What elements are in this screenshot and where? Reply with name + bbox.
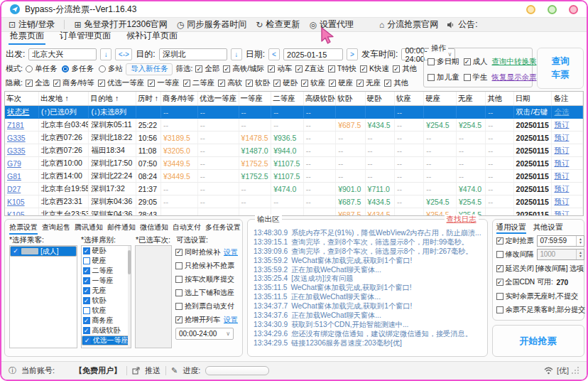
book-link[interactable]: 预订 xyxy=(554,184,569,193)
minimize-button[interactable] xyxy=(526,5,535,14)
train-link[interactable]: G335 xyxy=(7,134,26,142)
checkbox-成人[interactable]: ✓成人 xyxy=(464,57,488,67)
checkbox-加儿童[interactable]: 加儿童 xyxy=(428,73,459,82)
to-dropdown-button[interactable]: ↓ xyxy=(231,48,242,60)
option-只抢候补不抢票[interactable]: 只抢候补不抢票 xyxy=(175,259,238,272)
train-row[interactable]: K105北京西23:31深圳东04:3629:05----------¥687.… xyxy=(5,195,583,208)
toolbar-item-2[interactable]: ◷同步服务器时间 xyxy=(177,18,246,31)
task-tab-5[interactable]: 自动支付 xyxy=(173,222,201,235)
toolbar-item-5[interactable]: ⌂分流抢票官网 xyxy=(379,18,438,31)
checkbox-无座[interactable]: ✓无座 xyxy=(356,78,381,88)
swap-stations-button[interactable]: <-> xyxy=(115,48,132,60)
settings-link[interactable]: 设置 xyxy=(224,315,238,325)
train-row[interactable]: G335北京西07:26深圳北18:2210:56¥3189.5--¥1478.… xyxy=(5,132,583,144)
option-同时抢候补[interactable]: ✓同时抢候补设置 xyxy=(175,245,238,259)
setting-延迟关闭 [修改间隔] 选项[interactable]: ✓延迟关闭 [修改间隔] 选项 xyxy=(496,262,580,276)
checkbox-软座[interactable]: ✓软座 xyxy=(301,78,325,88)
column-header-车次[interactable]: 车次 xyxy=(5,92,39,106)
seat-item-高级软卧[interactable]: ✓高级软卧 xyxy=(82,326,131,336)
task-tab-4[interactable]: 微信通知 xyxy=(140,222,168,235)
maximize-button[interactable] xyxy=(548,5,557,14)
column-header-备注[interactable]: 备注 xyxy=(552,92,583,106)
task-tab-0[interactable]: 抢票设置 xyxy=(9,222,38,235)
train-link[interactable]: K105 xyxy=(7,210,25,217)
checkbox-商务/特等[interactable]: ✓商务/特等 xyxy=(53,78,94,88)
checkbox-软卧[interactable]: ✓软卧 xyxy=(246,78,270,88)
checkbox-Z直达[interactable]: ✓Z直达 xyxy=(295,64,324,74)
seat-item-优选一等座[interactable]: ✓优选一等座 xyxy=(82,336,131,345)
book-link[interactable]: 预订 xyxy=(554,120,569,129)
option-抢到票自动支付[interactable]: 抢到票自动支付 xyxy=(175,299,238,313)
seat-scrollbar-thumb[interactable] xyxy=(128,250,131,274)
train-link[interactable]: D27 xyxy=(7,185,21,193)
column-header-一等座[interactable]: 一等座 xyxy=(239,92,271,106)
page-tab-1[interactable]: 订单管理页面 xyxy=(58,30,112,45)
resize-grip[interactable] xyxy=(572,367,579,375)
task-tab-3[interactable]: 邮件通知 xyxy=(107,222,136,235)
mode-radio-单任务[interactable]: 单任务 xyxy=(26,64,58,74)
train-link[interactable]: G81 xyxy=(7,172,21,181)
task-tab-6[interactable]: 多任务设置 xyxy=(205,222,241,235)
column-header-软座[interactable]: 软座 xyxy=(394,92,423,106)
checkbox-硬卧[interactable]: ✓硬卧 xyxy=(273,78,298,88)
option-按车次顺序提交[interactable]: 按车次顺序提交 xyxy=(175,272,238,286)
checkbox-T特快[interactable]: ✓T特快 xyxy=(328,64,356,74)
query-ticket-button[interactable]: 查询 车票 xyxy=(537,48,584,89)
setting-修改间隔[interactable]: 修改间隔1000▲▼ xyxy=(496,248,580,262)
link-恢复显示余票[interactable]: 恢复显示余票 xyxy=(492,73,537,82)
mode-radio-多任务[interactable]: 多任务 xyxy=(62,64,94,74)
seat-item-二等座[interactable]: ✓二等座 xyxy=(82,266,131,276)
column-header-优选一等座[interactable]: 优选一等座 xyxy=(197,92,239,106)
checkbox-优选一等座[interactable]: ✓优选一等座 xyxy=(98,78,145,88)
toolbar-item-3[interactable]: ↻检查更新 xyxy=(256,18,300,31)
checkbox-其他[interactable]: ✓其他 xyxy=(384,78,408,88)
column-header-商务/特等[interactable]: 商务/特等 xyxy=(160,92,197,106)
column-header-日期[interactable]: 日期 xyxy=(513,92,552,106)
close-button[interactable] xyxy=(569,5,578,14)
column-header-二等座[interactable]: 二等座 xyxy=(271,92,304,106)
date-next-button[interactable]: > xyxy=(347,48,358,60)
column-header-历时 ↑[interactable]: 历时 ↑ xyxy=(136,92,160,106)
date-prev-button[interactable]: < xyxy=(268,48,280,60)
option-抢增开列车[interactable]: ✓抢增开列车设置 xyxy=(175,313,238,326)
column-header-软卧[interactable]: 软卧 xyxy=(336,92,365,106)
import-task-button[interactable]: 导入新任务 xyxy=(126,63,173,75)
option-选上下铺和选座[interactable]: 选上下铺和选座 xyxy=(175,286,238,299)
book-link[interactable]: 预订 xyxy=(554,210,569,217)
checkbox-其他[interactable]: ✓其他 xyxy=(393,64,417,74)
page-tab-2[interactable]: 候补订单页面 xyxy=(125,30,179,45)
select-all-link[interactable]: 全选 xyxy=(554,107,569,116)
book-link[interactable]: 预订 xyxy=(554,159,569,167)
train-row[interactable]: K105北京丰台23:53深圳东04:3628:43----------¥687… xyxy=(5,208,583,217)
find-log-link[interactable]: 查找日志 xyxy=(445,215,479,225)
seat-item-无座[interactable]: ✓无座 xyxy=(82,286,131,296)
checkbox-全部[interactable]: ✓全部 xyxy=(195,64,219,74)
grab-time-select[interactable]: 00:00-24:00 ∨ xyxy=(175,328,234,340)
settings-link[interactable]: 设置 xyxy=(224,247,238,257)
status-row[interactable]: 状态栏(↑)已选0列(↓)未选8列--------------双击/右键全选 xyxy=(5,106,583,119)
date-input[interactable] xyxy=(283,48,343,60)
selected-trains-list[interactable] xyxy=(135,245,172,348)
spinner-arrows[interactable]: ▲▼ xyxy=(576,249,584,259)
train-row[interactable]: G81北京西14:00深圳北22:2408:24¥3449.5--¥1752.5… xyxy=(5,170,583,183)
push-label[interactable]: 推送 xyxy=(145,365,160,376)
seat-scrollbar[interactable] xyxy=(128,246,131,348)
book-link[interactable]: 预订 xyxy=(554,197,569,205)
passenger-list[interactable]: ✓[成人] xyxy=(9,245,77,348)
toolbar-item-0[interactable]: ⊡注销/登录 xyxy=(9,18,55,31)
train-row[interactable]: Z181北京丰台03:49深圳东05:1125:22----------¥687… xyxy=(5,119,583,132)
seat-list[interactable]: ✓硬卧硬座✓二等座✓一等座✓无座✓软卧软座✓商务座✓高级软卧✓优选一等座 xyxy=(81,245,132,348)
settings-tab-1[interactable]: 其他设置 xyxy=(533,222,563,234)
train-row[interactable]: G335北京西07:26福田18:3411:08¥3205.0--¥1487.0… xyxy=(5,144,583,157)
book-link[interactable]: 预订 xyxy=(554,133,569,141)
checkbox-一等座[interactable]: ✓一等座 xyxy=(148,78,180,88)
seat-item-一等座[interactable]: ✓一等座 xyxy=(82,276,131,286)
spinner-field[interactable]: 1000▲▼ xyxy=(537,249,584,260)
column-header-硬座[interactable]: 硬座 xyxy=(424,92,457,106)
checkbox-硬座[interactable]: ✓硬座 xyxy=(329,78,353,88)
seat-item-商务座[interactable]: ✓商务座 xyxy=(82,316,131,326)
from-input[interactable] xyxy=(28,48,97,60)
setting-实时余票无座时,不提交[interactable]: 实时余票无座时,不提交 xyxy=(496,289,580,304)
task-tab-2[interactable]: 腾讯通知 xyxy=(75,222,103,235)
setting-全国CDN[interactable]: ✓全国CDN可用:270 xyxy=(496,276,580,290)
